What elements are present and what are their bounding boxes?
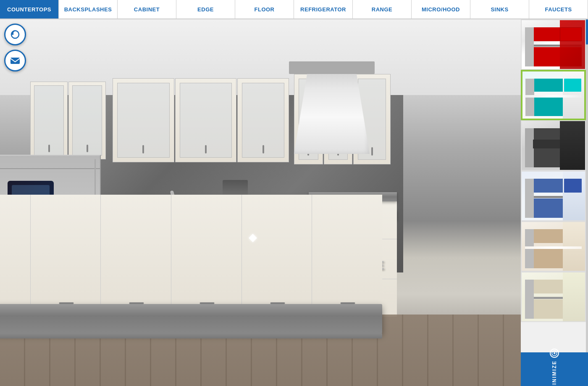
tab-floor[interactable]: FLOOR: [235, 0, 294, 19]
navigation-bar: COUNTERTOPS BACKSPLASHES CABINET EDGE FL…: [0, 0, 588, 19]
thumbnail-blue[interactable]: [521, 171, 586, 221]
tab-backsplashes[interactable]: BACKSPLASHES: [59, 0, 118, 19]
tab-refrigerator[interactable]: REFRIGERATOR: [294, 0, 353, 19]
upper-cabinets-left: [30, 82, 106, 159]
main-area: HOME: [0, 19, 588, 386]
minimize-label: MINIMIZE: [551, 360, 557, 386]
upper-cabinets-center: [113, 78, 289, 162]
thumbnail-list: [521, 19, 588, 386]
tab-edge[interactable]: EDGE: [176, 0, 235, 19]
tab-cabinet[interactable]: CABINET: [118, 0, 176, 19]
left-controls: [4, 24, 26, 71]
right-panel: MINIMIZE: [521, 19, 588, 386]
thumbnail-dark[interactable]: [521, 120, 586, 171]
thumbnail-beige[interactable]: [521, 221, 586, 272]
tab-faucets[interactable]: FAUCETS: [529, 0, 588, 19]
range-hood-base: [289, 61, 375, 74]
tab-micro-hood[interactable]: MICRO/HOOD: [412, 0, 470, 19]
minimize-button[interactable]: MINIMIZE: [521, 352, 588, 386]
reset-button[interactable]: [4, 24, 26, 45]
kitchen-view: HOME: [0, 19, 521, 386]
email-button[interactable]: [4, 50, 26, 71]
thumbnail-teal[interactable]: [521, 70, 586, 120]
scrollbar-thumb[interactable]: [586, 19, 588, 45]
kitchen-scene: HOME: [0, 19, 521, 386]
scrollbar[interactable]: [586, 19, 588, 352]
tab-range[interactable]: RANGE: [353, 0, 412, 19]
thumbnail-red[interactable]: [521, 19, 586, 70]
svg-rect-2: [10, 58, 20, 64]
thumbnail-cream[interactable]: [521, 272, 586, 322]
island-base: [0, 195, 382, 317]
tab-sinks[interactable]: SINKS: [470, 0, 529, 19]
minimize-icon: [550, 349, 559, 358]
fridge-panel: [0, 168, 100, 169]
tab-countertops[interactable]: COUNTERTOPS: [0, 0, 59, 19]
island-countertop: [0, 304, 382, 333]
